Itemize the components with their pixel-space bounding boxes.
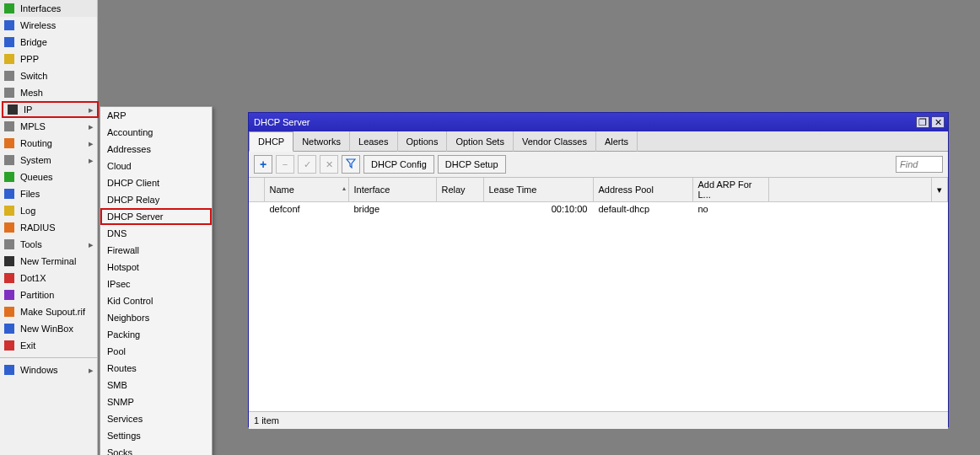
row-marker: [249, 202, 264, 216]
row-marker-header[interactable]: [249, 178, 264, 202]
sidebar-item-log[interactable]: Log: [0, 202, 97, 219]
header-label: Name: [270, 185, 294, 195]
sidebar-item-exit[interactable]: Exit: [0, 337, 97, 354]
column-header-address-pool[interactable]: Address Pool: [593, 178, 692, 202]
cell-name: defconf: [264, 202, 348, 216]
sidebar-item-switch[interactable]: Switch: [0, 67, 97, 84]
tab-networks[interactable]: Networks: [293, 131, 350, 152]
mesh-icon: [3, 87, 15, 99]
sidebar-item-make-supout[interactable]: Make Supout.rif: [0, 303, 97, 320]
submenu-item-ipsec[interactable]: IPsec: [100, 276, 212, 292]
submenu-item-dns[interactable]: DNS: [100, 225, 212, 242]
submenu-item-addresses[interactable]: Addresses: [100, 141, 212, 158]
sidebar-item-mesh[interactable]: Mesh: [0, 84, 97, 101]
submenu-item-packing[interactable]: Packing: [100, 326, 212, 343]
submenu-item-routes[interactable]: Routes: [100, 360, 212, 377]
sidebar-item-radius[interactable]: RADIUS: [0, 219, 97, 236]
dhcp-setup-button[interactable]: DHCP Setup: [438, 155, 506, 174]
chevron-right-icon: ▸: [89, 239, 94, 250]
supout-icon: [3, 306, 15, 318]
sidebar-item-tools[interactable]: Tools▸: [0, 236, 97, 253]
columns-dropdown-button[interactable]: ▾: [932, 178, 948, 202]
submenu-item-neighbors[interactable]: Neighbors: [100, 309, 212, 326]
submenu-item-socks[interactable]: Socks: [100, 444, 212, 455]
sidebar-item-windows[interactable]: Windows▸: [0, 361, 97, 378]
files-icon: [3, 188, 15, 200]
table-row[interactable]: defconf bridge 00:10:00 default-dhcp no: [249, 202, 948, 216]
submenu-item-label: DNS: [107, 228, 127, 238]
column-header-relay[interactable]: Relay: [436, 178, 483, 202]
submenu-item-arp[interactable]: ARP: [100, 107, 212, 124]
column-header-name[interactable]: Name▴: [264, 178, 348, 202]
tab-alerts[interactable]: Alerts: [596, 131, 638, 152]
tab-dhcp[interactable]: DHCP: [249, 131, 293, 152]
submenu-item-dhcp-server[interactable]: DHCP Server: [100, 208, 212, 225]
submenu-item-kid-control[interactable]: Kid Control: [100, 292, 212, 309]
sidebar-item-new-terminal[interactable]: New Terminal: [0, 253, 97, 270]
submenu-item-accounting[interactable]: Accounting: [100, 124, 212, 141]
titlebar[interactable]: DHCP Server ❐ ✕: [249, 113, 948, 131]
dhcp-config-button[interactable]: DHCP Config: [363, 155, 434, 174]
sort-asc-icon: ▴: [342, 185, 346, 192]
tab-option-sets[interactable]: Option Sets: [447, 131, 513, 152]
submenu-item-smb[interactable]: SMB: [100, 377, 212, 393]
submenu-item-dhcp-client[interactable]: DHCP Client: [100, 174, 212, 191]
column-header-lease-time[interactable]: Lease Time: [483, 178, 593, 202]
sidebar-item-routing[interactable]: Routing▸: [0, 135, 97, 152]
submenu-item-pool[interactable]: Pool: [100, 343, 212, 360]
submenu-item-settings[interactable]: Settings: [100, 427, 212, 444]
sidebar-item-dot1x[interactable]: Dot1X: [0, 270, 97, 286]
window-restore-button[interactable]: ❐: [916, 116, 929, 128]
sidebar-item-label: Queues: [20, 172, 53, 182]
sidebar-item-bridge[interactable]: Bridge: [0, 34, 97, 51]
submenu-item-label: Settings: [107, 431, 141, 441]
sidebar-item-new-winbox[interactable]: New WinBox: [0, 320, 97, 337]
mpls-icon: [3, 120, 15, 132]
dhcp-table: Name▴ Interface Relay Lease Time Address…: [249, 178, 948, 216]
sidebar-item-queues[interactable]: Queues: [0, 169, 97, 185]
table-header-row: Name▴ Interface Relay Lease Time Address…: [249, 178, 948, 202]
submenu-item-services[interactable]: Services: [100, 410, 212, 427]
minus-icon: −: [283, 159, 288, 169]
ip-icon: [7, 104, 19, 115]
sidebar-item-ppp[interactable]: PPP: [0, 51, 97, 67]
sidebar-item-interfaces[interactable]: Interfaces: [0, 0, 97, 17]
column-header-interface[interactable]: Interface: [348, 178, 436, 202]
submenu-item-snmp[interactable]: SNMP: [100, 393, 212, 410]
tab-label: Networks: [302, 136, 341, 147]
cell-add-arp: no: [692, 202, 768, 216]
submenu-item-hotspot[interactable]: Hotspot: [100, 259, 212, 276]
remove-button[interactable]: −: [276, 155, 294, 174]
submenu-item-dhcp-relay[interactable]: DHCP Relay: [100, 191, 212, 208]
sidebar-item-mpls[interactable]: MPLS▸: [0, 118, 97, 135]
disable-button[interactable]: ✕: [320, 155, 338, 174]
sidebar-item-partition[interactable]: Partition: [0, 286, 97, 303]
enable-button[interactable]: ✓: [298, 155, 316, 174]
status-text: 1 item: [254, 415, 279, 426]
add-button[interactable]: +: [254, 155, 272, 174]
filter-button[interactable]: [342, 155, 360, 174]
tab-options[interactable]: Options: [398, 131, 448, 152]
find-input[interactable]: [896, 156, 943, 173]
submenu-item-label: Accounting: [107, 127, 153, 137]
submenu-item-label: SMB: [107, 380, 127, 390]
header-label: Relay: [442, 185, 466, 195]
tab-leases[interactable]: Leases: [350, 131, 397, 152]
sidebar-item-system[interactable]: System▸: [0, 152, 97, 169]
sidebar-item-files[interactable]: Files: [0, 185, 97, 202]
sidebar-item-label: Log: [20, 206, 35, 216]
sidebar-item-ip[interactable]: IP▸: [2, 101, 99, 118]
tab-vendor-classes[interactable]: Vendor Classes: [514, 131, 596, 152]
sidebar-item-label: PPP: [20, 54, 39, 64]
submenu-item-cloud[interactable]: Cloud: [100, 158, 212, 174]
sidebar-item-label: Wireless: [20, 20, 56, 30]
column-header-add-arp[interactable]: Add ARP For L...: [692, 178, 768, 202]
submenu-item-label: Routes: [107, 363, 137, 373]
sidebar-item-wireless[interactable]: Wireless: [0, 17, 97, 34]
submenu-item-label: Neighbors: [107, 313, 149, 323]
window-close-button[interactable]: ✕: [931, 116, 945, 128]
system-icon: [3, 154, 15, 166]
submenu-item-firewall[interactable]: Firewall: [100, 242, 212, 259]
submenu-item-label: Pool: [107, 346, 126, 356]
partition-icon: [3, 289, 15, 301]
